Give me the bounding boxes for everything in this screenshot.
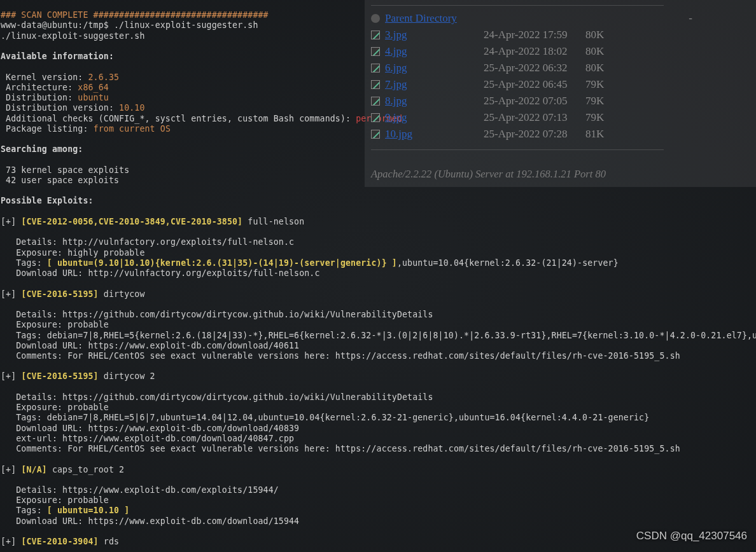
apache-server-footer: Apache/2.2.22 (Ubuntu) Server at 192.168… [371,156,750,181]
possible-exploits-header: Possible Exploits: [1,196,94,205]
checks-line: Additional checks (CONFIG_*, sysctl entr… [1,114,402,123]
shell-prompt: www-data@ubuntu:/tmp$ ./linux-exploit-su… [1,20,258,30]
file-size: 79K [585,78,604,92]
file-row[interactable]: 4.jpg24-Apr-2022 18:0280K [371,45,750,62]
divider [371,149,664,150]
exploit-details: Details: https://github.com/dirtycow/dir… [1,392,433,402]
file-modified: 25-Apr-2022 07:13 [484,111,585,125]
exploit-download: Download URL: http://vulnfactory.org/exp… [1,268,320,278]
image-file-icon [371,95,385,107]
exploit-download: Download URL: https://www.exploit-db.com… [1,341,299,350]
watermark: CSDN @qq_42307546 [636,530,747,543]
file-row[interactable]: 7.jpg25-Apr-2022 06:4579K [371,78,750,95]
file-link[interactable]: 10.jpg [385,128,484,141]
file-link[interactable]: 8.jpg [385,95,484,108]
file-size: 80K [585,45,604,59]
exploit-details: Details: http://vulnfactory.org/exploits… [1,237,294,247]
exploit-entry: [+] [CVE-2012-0056,CVE-2010-3849,CVE-201… [1,217,304,226]
exploit-exposure: Exposure: highly probable [1,248,145,258]
parent-directory-row[interactable]: Parent Directory - [371,12,750,29]
exploit-entry: [+] [CVE-2016-5195] dirtycow 2 [1,371,155,381]
file-row[interactable]: 10.jpg25-Apr-2022 07:2881K [371,128,750,144]
exploit-download: Download URL: https://www.exploit-db.com… [1,424,299,433]
exploit-details: Details: https://www.exploit-db.com/expl… [1,485,279,495]
file-link[interactable]: 6.jpg [385,62,484,75]
file-row[interactable]: 3.jpg24-Apr-2022 17:5980K [371,29,750,45]
file-row[interactable]: 6.jpg25-Apr-2022 06:3280K [371,62,750,78]
echoed-command: ./linux-exploit-suggester.sh [1,31,145,41]
file-link[interactable]: 4.jpg [385,45,484,59]
distver-line: Distribution version: 10.10 [1,103,145,113]
file-link[interactable]: 9.jpg [385,111,484,125]
search-stat-kernel: 73 kernel space exploits [1,165,129,175]
arch-line: Architecture: x86_64 [1,83,109,92]
image-file-icon [371,112,385,123]
exploit-tags: Tags: debian=7|8,RHEL=5|6|7,ubuntu=14.04… [1,413,649,422]
file-modified: 25-Apr-2022 06:32 [484,62,585,75]
file-link[interactable]: 3.jpg [385,29,484,42]
exploit-details: Details: https://github.com/dirtycow/dir… [1,310,433,319]
exploit-tags: Tags: [ ubuntu=(9.10|10.10){kernel:2.6.(… [1,258,619,268]
exploit-exposure: Exposure: probable [1,403,109,412]
file-modified: 25-Apr-2022 06:45 [484,78,585,92]
exploit-entry: [+] [CVE-2016-5195] dirtycow [1,289,145,299]
apache-directory-listing: Parent Directory - 3.jpg24-Apr-2022 17:5… [365,0,756,187]
file-size: 80K [585,29,604,42]
file-size: 80K [585,62,604,75]
file-row[interactable]: 8.jpg25-Apr-2022 07:0579K [371,95,750,111]
exploit-entry: [+] [CVE-2010-3904] rds [1,537,119,546]
exploit-comments: Comments: For RHEL/CentOS see exact vuln… [1,351,680,361]
exploit-tags: Tags: debian=7|8,RHEL=5{kernel:2.6.(18|2… [1,331,756,340]
pkg-line: Package listing: from current OS [1,124,171,134]
file-link[interactable]: 7.jpg [385,78,484,92]
scan-header: ### SCAN COMPLETE ######################… [1,10,269,20]
image-file-icon [371,79,385,90]
exploit-entry: [+] [N/A] caps_to_root 2 [1,465,124,474]
file-modified: 24-Apr-2022 17:59 [484,29,585,42]
exploit-ext-url: ext-url: https://www.exploit-db.com/down… [1,434,294,443]
dist-line: Distribution: ubuntu [1,93,109,102]
file-modified: 24-Apr-2022 18:02 [484,45,585,59]
image-file-icon [371,128,385,140]
kernel-line: Kernel version: 2.6.35 [1,72,119,82]
exploit-exposure: Exposure: probable [1,495,109,505]
image-file-icon [371,46,385,57]
back-icon [371,13,385,24]
exploit-comments: Comments: For RHEL/CentOS see exact vuln… [1,444,680,453]
file-size: 79K [585,111,604,125]
file-modified: 25-Apr-2022 07:05 [484,95,585,108]
searching-header: Searching among: [1,144,83,154]
search-stat-user: 42 user space exploits [1,176,119,185]
exploit-download: Download URL: https://www.exploit-db.com… [1,516,299,526]
image-file-icon [371,62,385,74]
parent-directory-link[interactable]: Parent Directory [385,12,484,25]
exploit-exposure: Exposure: probable [1,320,109,329]
file-row[interactable]: 9.jpg25-Apr-2022 07:1379K [371,111,750,128]
file-size: 79K [585,95,604,108]
divider [371,5,664,6]
image-file-icon [371,29,385,41]
file-size: 81K [585,128,604,141]
file-modified: 25-Apr-2022 07:28 [484,128,585,141]
parent-size: - [689,12,692,25]
available-info-header: Available information: [1,52,114,61]
exploit-tags: Tags: [ ubuntu=10.10 ] [1,506,129,515]
